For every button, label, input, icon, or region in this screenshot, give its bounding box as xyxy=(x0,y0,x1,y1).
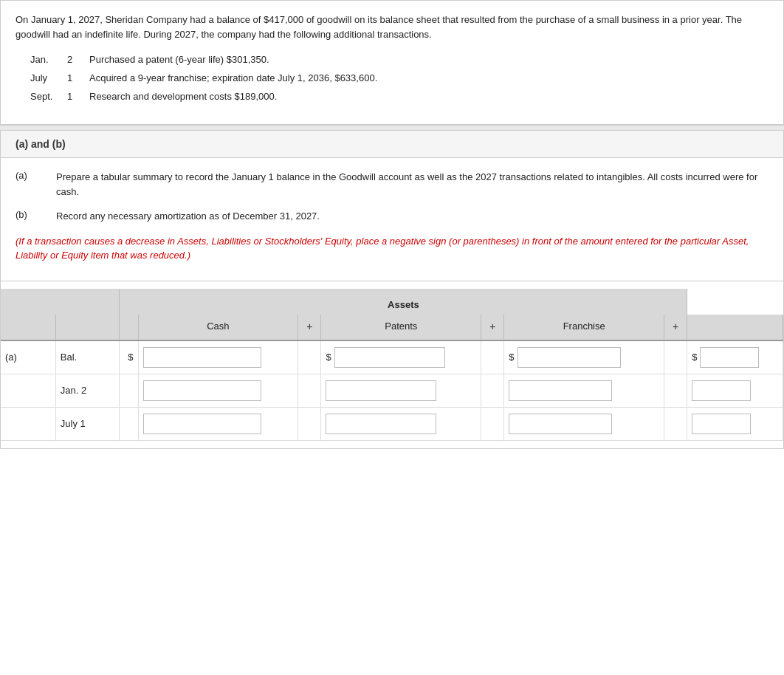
answer-header-label: (a) and (b) xyxy=(16,138,66,150)
row-label-jan2 xyxy=(1,374,55,407)
dollar-sign-franchise-bal: $ xyxy=(509,352,514,363)
warning-text: (If a transaction causes a decrease in A… xyxy=(16,234,768,263)
input-cell-franchise-july1[interactable] xyxy=(504,407,664,440)
col-header-cash xyxy=(120,315,138,340)
instructions-section: (a) Prepare a tabular summary to record … xyxy=(0,158,784,281)
input-cell-patents-july1[interactable] xyxy=(321,407,481,440)
plus-cell-2-july1 xyxy=(481,407,504,440)
input-extra-july1[interactable] xyxy=(692,414,751,434)
plus-cell-1-bal xyxy=(298,340,321,374)
input-cash-jan2[interactable] xyxy=(143,380,261,401)
plus-cell-3-bal xyxy=(664,340,687,374)
section-divider xyxy=(0,125,784,131)
input-patents-jan2[interactable] xyxy=(326,380,436,401)
input-cell-extra-bal: $ xyxy=(687,341,783,374)
table-section: Assets Cash + Patents + Franchise + xyxy=(0,281,784,449)
input-cell-franchise-jan2[interactable] xyxy=(504,374,664,407)
input-cash-july1[interactable] xyxy=(143,414,261,434)
dollar-sign-cash-jan2 xyxy=(120,374,138,407)
instruction-label-a: (a) xyxy=(16,170,56,181)
table-row-jan2: Jan. 2 xyxy=(1,374,783,407)
transaction-day-july: 1 xyxy=(67,72,89,83)
assets-header-row: Assets xyxy=(1,289,783,315)
row-july1-text: July 1 xyxy=(61,418,86,429)
input-extra-jan2[interactable] xyxy=(692,380,751,401)
col-plus-1: + xyxy=(298,315,321,340)
plus-cell-3-jan2 xyxy=(664,374,687,407)
col-header-patents: Patents xyxy=(321,315,481,340)
input-cell-extra-july1[interactable] xyxy=(687,407,783,440)
col-header-cash-input: Cash xyxy=(138,315,298,340)
transaction-desc-jan: Purchased a patent (6-year life) $301,35… xyxy=(89,54,768,65)
transaction-sept: Sept. 1 Research and development costs $… xyxy=(16,91,768,102)
answer-header: (a) and (b) xyxy=(0,131,784,158)
dollar-sign-cash-bal: $ xyxy=(120,340,138,374)
instruction-text-b: Record any necessary amortization as of … xyxy=(56,209,768,224)
row-sublabel-july1: July 1 xyxy=(55,407,120,440)
row-jan2-text: Jan. 2 xyxy=(61,385,86,396)
instruction-text-a: Prepare a tabular summary to record the … xyxy=(56,170,768,199)
col-plus-2: + xyxy=(481,315,504,340)
col-sublabel-spacer xyxy=(55,315,120,340)
input-cell-patents-bal: $ xyxy=(321,341,481,374)
transaction-day-jan: 2 xyxy=(67,54,89,65)
row-sublabel-bal: Bal. xyxy=(55,340,120,374)
row-label-july1 xyxy=(1,407,55,440)
transaction-day-sept: 1 xyxy=(67,91,89,102)
transaction-month-july: July xyxy=(30,72,67,83)
transaction-jan: Jan. 2 Purchased a patent (6-year life) … xyxy=(16,54,768,65)
row-label-header-spacer xyxy=(1,289,120,315)
table-wrapper: Assets Cash + Patents + Franchise + xyxy=(1,281,783,448)
plus-cell-1-july1 xyxy=(298,407,321,440)
input-cell-extra-jan2[interactable] xyxy=(687,374,783,407)
col-header-franchise: Franchise xyxy=(504,315,664,340)
row-a-label-text: (a) xyxy=(5,352,17,363)
plus-cell-2-bal xyxy=(481,340,504,374)
row-sublabel-jan2: Jan. 2 xyxy=(55,374,120,407)
assets-header-cell: Assets xyxy=(120,289,687,315)
table-row-july1: July 1 xyxy=(1,407,783,440)
plus-cell-3-july1 xyxy=(664,407,687,440)
input-franchise-bal[interactable] xyxy=(517,347,621,368)
plus-cell-1-jan2 xyxy=(298,374,321,407)
row-label-a: (a) xyxy=(1,340,55,374)
input-franchise-july1[interactable] xyxy=(509,414,612,434)
problem-section: On January 1, 2027, Sheridan Company had… xyxy=(0,0,784,125)
col-label-spacer xyxy=(1,315,55,340)
input-franchise-jan2[interactable] xyxy=(509,380,612,401)
instruction-b: (b) Record any necessary amortization as… xyxy=(16,209,768,224)
input-cell-patents-jan2[interactable] xyxy=(321,374,481,407)
transaction-month-sept: Sept. xyxy=(30,91,67,102)
row-bal-text: Bal. xyxy=(61,352,77,363)
dollar-sign-cash-july1 xyxy=(120,407,138,440)
input-cell-cash-jan2[interactable] xyxy=(138,374,298,407)
input-cell-cash-bal[interactable] xyxy=(138,340,298,374)
dollar-sign-extra-bal: $ xyxy=(692,352,697,363)
table-row-bal: (a) Bal. $ $ xyxy=(1,340,783,374)
transaction-desc-sept: Research and development costs $189,000. xyxy=(89,91,768,102)
col-plus-3: + xyxy=(664,315,687,340)
input-cash-bal[interactable] xyxy=(143,347,261,368)
instruction-label-b: (b) xyxy=(16,209,56,220)
col-header-row: Cash + Patents + Franchise + xyxy=(1,315,783,340)
input-extra-bal[interactable] xyxy=(700,347,759,368)
transaction-july: July 1 Acquired a 9-year franchise; expi… xyxy=(16,72,768,83)
plus-cell-2-jan2 xyxy=(481,374,504,407)
input-cell-cash-july1[interactable] xyxy=(138,407,298,440)
transaction-desc-july: Acquired a 9-year franchise; expiration … xyxy=(89,72,768,83)
instruction-a: (a) Prepare a tabular summary to record … xyxy=(16,170,768,199)
problem-description: On January 1, 2027, Sheridan Company had… xyxy=(16,13,768,42)
input-patents-july1[interactable] xyxy=(326,414,436,434)
col-header-extra xyxy=(687,315,783,340)
transaction-month-jan: Jan. xyxy=(30,54,67,65)
input-patents-bal[interactable] xyxy=(334,347,445,368)
assets-table: Assets Cash + Patents + Franchise + xyxy=(1,289,783,441)
input-cell-franchise-bal: $ xyxy=(504,341,664,374)
dollar-sign-patents-bal: $ xyxy=(326,352,331,363)
